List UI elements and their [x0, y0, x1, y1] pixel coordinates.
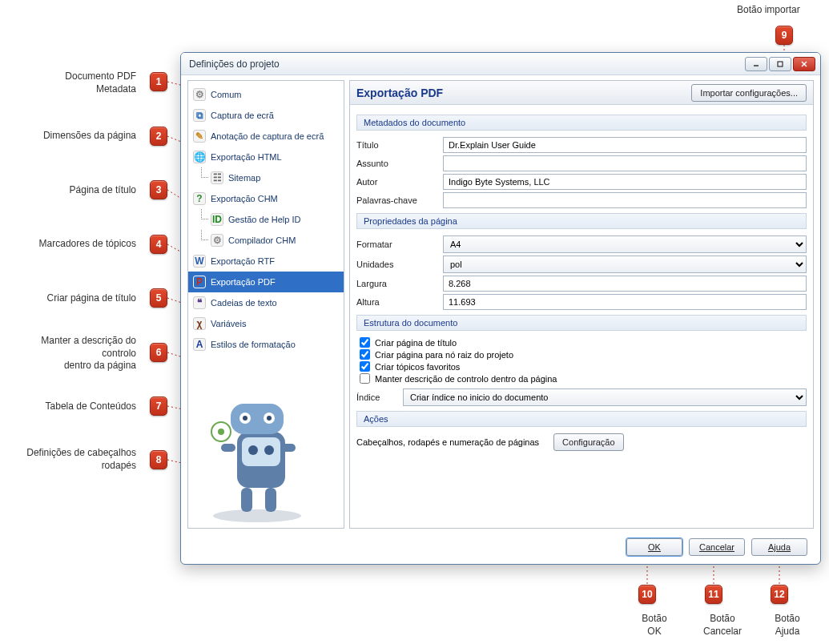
- nav-item-chmcomp[interactable]: ⚙Compilador CHM: [188, 230, 344, 251]
- nav-item-gear[interactable]: ⚙Comum: [188, 84, 344, 105]
- styles-icon: A: [193, 338, 206, 351]
- window-close-button[interactable]: [793, 57, 815, 71]
- nav-item-label: Exportação RTF: [211, 256, 275, 266]
- subject-label: Assunto: [356, 159, 437, 168]
- width-input[interactable]: [443, 276, 807, 292]
- headers-footers-config-button[interactable]: Configuração: [553, 433, 623, 451]
- help-button[interactable]: Ajuda: [751, 538, 807, 556]
- title-label: Título: [356, 140, 437, 150]
- cancel-button[interactable]: Cancelar: [689, 538, 745, 556]
- keep-control-desc-label: Manter descrição de controlo dentro da p…: [375, 374, 557, 384]
- strings-icon: ❝: [193, 296, 206, 309]
- nav-item-label: Sitemap: [228, 173, 260, 183]
- nav-item-label: Gestão de Help ID: [228, 215, 301, 224]
- section-header-structure: Estrutura do documento: [356, 315, 807, 331]
- annotation-label-4: Marcadores de tópicos: [8, 238, 136, 251]
- index-select[interactable]: Criar índice no inicio do documento: [403, 388, 807, 406]
- nav-item-rtf[interactable]: WExportação RTF: [188, 251, 344, 272]
- nav-item-label: Exportação PDF: [211, 277, 276, 287]
- nav-item-label: Exportação CHM: [211, 194, 278, 203]
- keywords-input[interactable]: [443, 192, 807, 208]
- mascot-robot-icon: [197, 388, 317, 524]
- panel-title: Exportação PDF: [356, 87, 691, 99]
- annotation-badge-3: 3: [150, 180, 167, 199]
- format-label: Formatar: [356, 239, 437, 249]
- nav-item-annotate[interactable]: ✎Anotação de captura de ecrã: [188, 126, 344, 147]
- nav-item-capture[interactable]: ⧉Captura de ecrã: [188, 105, 344, 126]
- nav-item-html[interactable]: 🌐Exportação HTML: [188, 147, 344, 167]
- annotation-badge-8: 8: [150, 450, 167, 469]
- keep-control-desc-checkbox[interactable]: [360, 373, 370, 384]
- author-input[interactable]: [443, 174, 807, 190]
- svg-rect-30: [242, 437, 280, 466]
- create-root-page-checkbox[interactable]: [360, 349, 370, 360]
- nav-item-label: Comum: [211, 90, 242, 99]
- svg-point-28: [213, 509, 301, 522]
- units-label: Unidades: [356, 260, 437, 269]
- nav-item-label: Compilador CHM: [228, 235, 296, 245]
- annotate-icon: ✎: [193, 130, 206, 143]
- nav-item-label: Cadeias de texto: [211, 298, 277, 308]
- annotation-label-8: Definições de cabeçalhosrodapés: [8, 447, 136, 472]
- section-header-page: Propriedades da página: [356, 213, 807, 229]
- annotation-label-5: Criar página de título: [8, 292, 136, 305]
- subject-input[interactable]: [443, 155, 807, 171]
- ok-button[interactable]: OK: [626, 538, 682, 556]
- nav-item-label: Variáveis: [211, 319, 246, 328]
- window-minimize-button[interactable]: [745, 57, 767, 71]
- pdf-icon: P: [193, 276, 206, 288]
- annotation-label-2: Dimensões da página: [8, 130, 136, 143]
- annotation-label-12: BotãoAjuda: [759, 613, 815, 638]
- nav-item-helpid[interactable]: IDGestão de Help ID: [188, 209, 344, 230]
- annotation-badge-2: 2: [150, 127, 167, 146]
- window-maximize-button[interactable]: [769, 57, 791, 71]
- rtf-icon: W: [193, 255, 206, 268]
- nav-item-vars[interactable]: χVariáveis: [188, 313, 344, 334]
- svg-rect-33: [231, 404, 284, 434]
- keywords-label: Palavras-chave: [356, 195, 437, 205]
- helpid-icon: ID: [211, 213, 223, 226]
- index-label: Índice: [356, 392, 396, 402]
- nav-item-chm[interactable]: ?Exportação CHM: [188, 188, 344, 209]
- annotation-badge-1: 1: [150, 72, 167, 91]
- import-settings-button[interactable]: Importar configurações...: [691, 84, 807, 102]
- units-select[interactable]: pol: [443, 256, 807, 273]
- width-label: Largura: [356, 279, 437, 288]
- annotation-badge-9: 9: [775, 26, 793, 45]
- create-root-page-label: Criar página para nó raiz do projeto: [375, 350, 513, 360]
- annotation-badge-6: 6: [150, 343, 167, 362]
- capture-icon: ⧉: [193, 109, 206, 122]
- window-titlebar: Definições do projeto: [181, 53, 820, 75]
- nav-item-label: Estilos de formatação: [211, 340, 296, 349]
- section-header-actions: Ações: [356, 411, 807, 427]
- html-icon: 🌐: [193, 151, 206, 163]
- annotation-badge-12: 12: [771, 585, 788, 604]
- height-input[interactable]: [443, 294, 807, 310]
- nav-item-pdf[interactable]: PExportação PDF: [188, 272, 344, 292]
- nav-item-sitemap[interactable]: ☷Sitemap: [188, 167, 344, 188]
- annotation-label-1: Documento PDFMetadata: [8, 70, 136, 95]
- annotation-badge-4: 4: [150, 235, 167, 254]
- svg-point-32: [264, 445, 274, 455]
- section-header-metadata: Metadados do documento: [356, 115, 807, 131]
- annotation-label-6: Manter a descrição docontrolodentro da p…: [8, 335, 136, 372]
- gear-icon: ⚙: [193, 88, 206, 101]
- svg-rect-40: [241, 488, 252, 512]
- height-label: Altura: [356, 297, 437, 307]
- annotation-label-10: BotãoOK: [626, 613, 682, 638]
- title-input[interactable]: [443, 137, 807, 153]
- svg-point-37: [267, 416, 272, 421]
- nav-item-strings[interactable]: ❝Cadeias de texto: [188, 292, 344, 313]
- format-select[interactable]: A4: [443, 235, 807, 253]
- nav-item-styles[interactable]: AEstilos de formatação: [188, 334, 344, 355]
- annotation-label-7: Tabela de Conteúdos: [8, 400, 136, 413]
- create-bookmarks-label: Criar tópicos favoritos: [375, 362, 460, 372]
- create-bookmarks-checkbox[interactable]: [360, 361, 370, 372]
- annotation-label-3: Página de título: [8, 184, 136, 197]
- create-title-page-checkbox[interactable]: [360, 337, 370, 348]
- svg-rect-38: [221, 444, 235, 452]
- nav-item-label: Anotação de captura de ecrã: [211, 131, 324, 141]
- annotation-label-9: Botão importar: [737, 4, 825, 17]
- svg-rect-25: [778, 62, 783, 66]
- vars-icon: χ: [193, 317, 206, 330]
